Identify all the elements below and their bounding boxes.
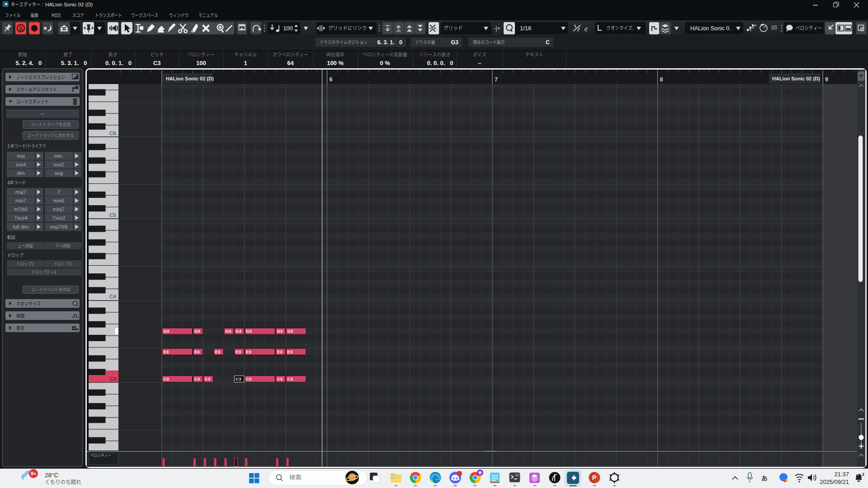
svg-text:1/16: 1/16 (520, 25, 531, 32)
svg-text:–: – (478, 60, 481, 66)
svg-text:sus4: sus4 (15, 162, 26, 167)
svg-text:min.: min. (54, 153, 64, 159)
svg-text:S: S (19, 25, 23, 32)
svg-text:P: P (592, 474, 596, 481)
svg-text:maj7: maj7 (15, 189, 26, 195)
svg-text:100 %: 100 % (327, 60, 344, 66)
svg-text:28°C: 28°C (45, 472, 58, 479)
svg-text:100: 100 (283, 25, 293, 32)
svg-text:0. 0. 1. 0: 0. 0. 1. 0 (105, 60, 132, 66)
svg-text:aug: aug (55, 170, 63, 176)
svg-text:full dim: full dim (13, 224, 29, 230)
svg-text:0. 0. 0. 0: 0. 0. 0. 0 (427, 60, 453, 66)
svg-text:C: C (546, 39, 550, 46)
svg-text:7: 7 (57, 189, 60, 195)
svg-text:--: -- (41, 111, 44, 117)
svg-text:e: e (585, 25, 588, 33)
svg-text:sus2: sus2 (53, 162, 64, 167)
svg-text:C3: C3 (153, 60, 161, 66)
svg-text:minj7: minj7 (53, 206, 65, 212)
svg-text:dim: dim (17, 170, 25, 176)
svg-text:z: z (857, 472, 859, 476)
svg-text:maj7/#5: maj7/#5 (50, 224, 67, 230)
svg-text:min6: min6 (53, 198, 64, 203)
svg-text:HALion Sonic 02 (D): HALion Sonic 02 (D) (45, 2, 93, 7)
svg-text:100: 100 (196, 60, 206, 66)
svg-text:z: z (862, 472, 864, 477)
svg-text:G3: G3 (451, 39, 458, 46)
svg-text:0 %: 0 % (380, 60, 390, 66)
svg-text:6. 3. 1. 0: 6. 3. 1. 0 (377, 39, 402, 46)
svg-text:7sus4: 7sus4 (14, 215, 27, 221)
svg-text:5. 2. 4. 0: 5. 2. 4. 0 (15, 60, 42, 66)
svg-text:m7/b5: m7/b5 (14, 206, 28, 212)
svg-text:HALion Sonic 0.: HALion Sonic 0. (690, 25, 731, 32)
svg-text:-|+: -|+ (494, 25, 500, 32)
svg-text:21:37: 21:37 (834, 471, 849, 478)
svg-text:5. 3. 1. 0: 5. 3. 1. 0 (61, 60, 87, 66)
svg-text:1: 1 (244, 60, 247, 66)
svg-text:maj: maj (17, 153, 25, 159)
svg-text:9+: 9+ (31, 471, 36, 476)
svg-text:2025/09/21: 2025/09/21 (820, 479, 849, 485)
svg-text:64: 64 (287, 60, 294, 66)
svg-text:min7: min7 (15, 198, 26, 203)
svg-text:7sus2: 7sus2 (52, 215, 65, 221)
